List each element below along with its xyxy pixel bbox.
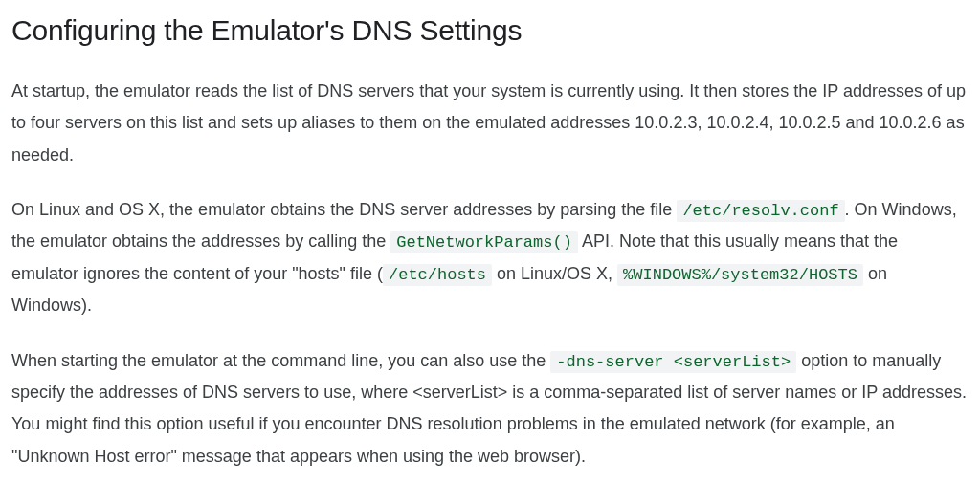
paragraph-dns-server-option: When starting the emulator at the comman… <box>11 345 969 473</box>
code-getnetworkparams: GetNetworkParams() <box>390 231 578 253</box>
paragraph-platforms: On Linux and OS X, the emulator obtains … <box>11 194 969 322</box>
code-resolv-conf: /etc/resolv.conf <box>677 200 844 222</box>
text-segment: on Linux/OS X, <box>492 264 617 283</box>
section-heading: Configuring the Emulator's DNS Settings <box>11 11 969 49</box>
code-dns-server-flag: -dns-server <serverList> <box>550 351 796 373</box>
text-segment: When starting the emulator at the comman… <box>11 351 550 370</box>
paragraph-intro: At startup, the emulator reads the list … <box>11 76 969 171</box>
text-segment: On Linux and OS X, the emulator obtains … <box>11 200 677 219</box>
code-etc-hosts: /etc/hosts <box>383 264 492 286</box>
code-windows-hosts: %WINDOWS%/system32/HOSTS <box>617 264 863 286</box>
